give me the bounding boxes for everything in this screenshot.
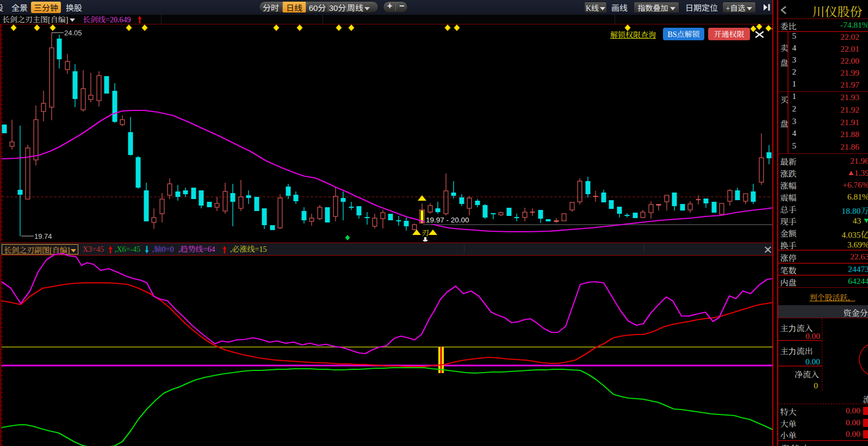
svg-text:刃: 刃 — [421, 227, 429, 238]
svg-text:19.97 - 20.00: 19.97 - 20.00 — [426, 216, 469, 224]
svg-text:19.74: 19.74 — [34, 232, 52, 240]
svg-text:24.05: 24.05 — [64, 29, 82, 37]
